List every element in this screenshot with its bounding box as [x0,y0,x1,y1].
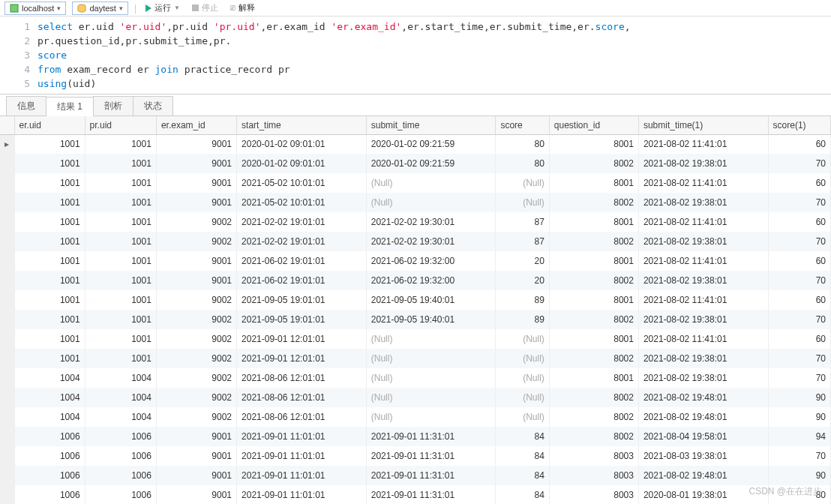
table-row[interactable]: 1001100190022021-09-05 19:01:012021-09-0… [0,310,831,329]
cell[interactable]: 1001 [14,154,85,173]
cell[interactable]: 1001 [14,349,85,368]
cell[interactable]: 1001 [85,232,156,251]
cell[interactable]: 2021-08-02 11:41:01 [638,251,768,271]
column-header[interactable]: score(1) [768,116,830,134]
table-row[interactable]: 1001100190012021-06-02 19:01:012021-06-0… [0,271,831,290]
cell[interactable]: (Null) [496,368,549,388]
cell[interactable]: 70 [768,368,830,388]
cell[interactable]: 60 [768,329,830,349]
cell[interactable]: 1001 [14,232,85,251]
cell[interactable]: 89 [496,290,549,310]
cell[interactable]: 2021-06-02 19:01:01 [237,271,367,290]
cell[interactable]: 1006 [14,427,85,446]
cell[interactable]: 9002 [156,388,236,407]
cell[interactable]: 2021-08-02 19:38:01 [638,193,768,212]
cell[interactable]: (Null) [366,349,496,368]
cell[interactable]: 2021-05-02 10:01:01 [237,173,367,193]
cell[interactable]: 9002 [156,290,236,310]
cell[interactable]: 8001 [549,212,638,232]
cell[interactable]: 1001 [85,349,156,368]
cell[interactable]: 20 [496,271,549,290]
cell[interactable]: 2021-02-02 19:30:01 [366,232,496,251]
cell[interactable]: (Null) [366,407,496,427]
cell[interactable]: 1006 [14,446,85,466]
connection-selector[interactable]: localhost ▾ [4,2,66,15]
table-row[interactable]: 1001100190022021-02-02 19:01:012021-02-0… [0,232,831,251]
table-row[interactable]: 1004100490022021-08-06 12:01:01(Null)(Nu… [0,368,831,388]
cell[interactable]: 60 [768,212,830,232]
cell[interactable]: 1001 [85,212,156,232]
cell[interactable]: 1001 [14,134,85,154]
cell[interactable]: 2020-01-02 09:01:01 [237,134,367,154]
cell[interactable]: 2021-08-02 19:38:01 [638,232,768,251]
cell[interactable]: 2021-08-02 19:38:01 [638,154,768,173]
cell[interactable]: 2021-08-02 11:41:01 [638,173,768,193]
table-row[interactable]: 1004100490022021-08-06 12:01:01(Null)(Nu… [0,388,831,407]
cell[interactable]: 1004 [14,407,85,427]
cell[interactable]: (Null) [496,349,549,368]
stop-button[interactable]: 停止 [189,2,221,14]
run-button[interactable]: 运行 ▼ [142,2,183,14]
cell[interactable]: 2021-06-02 19:32:00 [366,271,496,290]
cell[interactable]: 2021-06-02 19:01:01 [237,251,367,271]
cell[interactable]: 1001 [14,193,85,212]
cell[interactable]: 2021-08-02 19:48:01 [638,388,768,407]
cell[interactable]: 2021-09-05 19:01:01 [237,310,367,329]
cell[interactable]: 2021-02-02 19:01:01 [237,232,367,251]
cell[interactable]: 2021-09-01 11:31:01 [366,427,496,446]
tab-3[interactable]: 状态 [133,96,173,116]
cell[interactable]: 2021-09-01 11:01:01 [237,466,367,485]
cell[interactable]: 9001 [156,173,236,193]
cell[interactable]: 60 [768,251,830,271]
cell[interactable]: 1001 [14,329,85,349]
cell[interactable]: 2021-08-02 11:41:01 [638,329,768,349]
cell[interactable]: 90 [768,388,830,407]
cell[interactable]: 8001 [549,368,638,388]
cell[interactable]: 8002 [549,310,638,329]
cell[interactable]: 87 [496,232,549,251]
cell[interactable]: 70 [768,193,830,212]
cell[interactable]: (Null) [366,329,496,349]
tab-1[interactable]: 结果 1 [46,97,94,116]
cell[interactable]: 8001 [549,290,638,310]
column-header[interactable]: er.exam_id [156,116,236,134]
code-area[interactable]: select er.uid 'er.uid',pr.uid 'pr.uid',e… [38,16,631,94]
cell[interactable]: (Null) [366,388,496,407]
cell[interactable]: 2021-09-01 11:31:01 [366,466,496,485]
cell[interactable]: 2021-08-02 19:38:01 [638,349,768,368]
column-header[interactable]: start_time [237,116,367,134]
cell[interactable]: 84 [496,485,549,504]
cell[interactable]: 70 [768,446,830,466]
cell[interactable]: 1004 [85,368,156,388]
cell[interactable]: 8001 [549,329,638,349]
cell[interactable]: 2021-08-06 12:01:01 [237,407,367,427]
cell[interactable]: 2021-08-02 11:41:01 [638,212,768,232]
table-row[interactable]: 1001100190012021-05-02 10:01:01(Null)(Nu… [0,173,831,193]
table-row[interactable]: 1006100690012021-09-01 11:01:012021-09-0… [0,485,831,504]
cell[interactable]: 2021-09-01 12:01:01 [237,329,367,349]
cell[interactable]: 60 [768,290,830,310]
cell[interactable]: 2021-09-01 11:01:01 [237,446,367,466]
column-header[interactable]: submit_time [366,116,496,134]
cell[interactable]: 2021-08-04 19:58:01 [638,427,768,446]
cell[interactable]: 1006 [85,427,156,446]
table-row[interactable]: 1001100190012021-06-02 19:01:012021-06-0… [0,251,831,271]
cell[interactable]: 8003 [549,485,638,504]
cell[interactable]: 2021-02-02 19:30:01 [366,212,496,232]
cell[interactable]: 2021-08-02 19:48:01 [638,466,768,485]
cell[interactable]: 9001 [156,251,236,271]
cell[interactable]: 1001 [14,173,85,193]
cell[interactable]: 1001 [14,290,85,310]
cell[interactable]: (Null) [496,173,549,193]
cell[interactable]: 9001 [156,154,236,173]
cell[interactable]: 8002 [549,407,638,427]
cell[interactable]: 1001 [85,329,156,349]
cell[interactable]: 9001 [156,485,236,504]
cell[interactable]: 9001 [156,466,236,485]
cell[interactable]: 70 [768,349,830,368]
cell[interactable]: 1001 [85,173,156,193]
cell[interactable]: 9001 [156,134,236,154]
cell[interactable]: 80 [496,134,549,154]
cell[interactable]: 1001 [85,271,156,290]
cell[interactable]: 2021-08-02 19:38:01 [638,310,768,329]
